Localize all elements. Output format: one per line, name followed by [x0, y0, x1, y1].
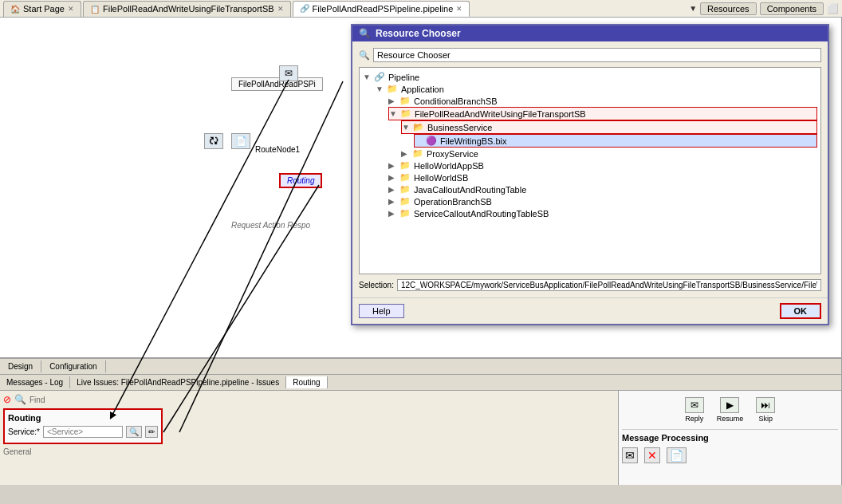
tree-item-servicecallout[interactable]: ▶ 📁 ServiceCalloutAndRoutingTableSB	[388, 207, 817, 219]
folder-icon-2: 📁	[400, 108, 411, 119]
tree-item-filepoll[interactable]: ▼ 📁 FilePollReadAndWriteUsingFileTranspo…	[388, 107, 817, 120]
application-icon: 📁	[387, 84, 398, 94]
resource-tree: ▼ 🔗 Pipeline ▼ 📁 Application ▶ 📁 Conditi…	[359, 67, 821, 274]
tree-item-javacallout[interactable]: ▶ 📁 JavaCalloutAndRoutingTable	[388, 183, 817, 195]
dialog-overlay: 🔍 Resource Chooser 🔍 ▼ 🔗 Pipeline ▼	[0, 0, 842, 504]
tree-application[interactable]: ▼ 📁 Application	[376, 83, 817, 95]
expand-application[interactable]: ▼	[376, 85, 385, 93]
folder-icon-9: 📁	[399, 208, 411, 219]
dialog-title-text: Resource Chooser	[376, 28, 461, 39]
tree-item-conditional[interactable]: ▶ 📁 ConditionalBranchSB	[388, 95, 817, 107]
chooser-icon: 🔍	[359, 28, 371, 39]
bix-file-icon: 🟣	[426, 136, 437, 146]
folder-icon-7: 📁	[399, 184, 411, 195]
dialog-body: 🔍 ▼ 🔗 Pipeline ▼ 📁 Application	[352, 41, 828, 297]
folder-icon-5: 📁	[399, 160, 411, 171]
expand-pipeline[interactable]: ▼	[363, 73, 372, 81]
expand-javacallout[interactable]: ▶	[388, 185, 398, 194]
tree-item-operation[interactable]: ▶ 📁 OperationBranchSB	[388, 195, 817, 207]
tree-item-helloworld[interactable]: ▶ 📁 HelloWorldSB	[388, 171, 817, 183]
pipeline-tree-icon: 🔗	[374, 72, 385, 82]
expand-conditional[interactable]: ▶	[388, 96, 398, 105]
expand-operation[interactable]: ▶	[388, 197, 398, 206]
folder-icon-3: 📂	[413, 122, 424, 132]
help-button[interactable]: Help	[359, 304, 404, 318]
dialog-title-bar: 🔍 Resource Chooser	[352, 26, 828, 41]
tree-item-business[interactable]: ▼ 📂 BusinessService	[401, 120, 817, 134]
dialog-footer: Help OK	[352, 297, 828, 324]
expand-helloworld-app[interactable]: ▶	[388, 161, 398, 170]
folder-icon-4: 📁	[412, 148, 423, 159]
tree-item-filewriting[interactable]: 🟣 FileWritingBS.bix	[414, 134, 817, 148]
expand-filepoll[interactable]: ▼	[389, 109, 399, 118]
selection-label: Selection:	[359, 281, 394, 289]
tree-item-helloworld-app[interactable]: ▶ 📁 HelloWorldAppSB	[388, 159, 817, 171]
expand-proxy[interactable]: ▶	[401, 149, 411, 158]
tree-pipeline[interactable]: ▼ 🔗 Pipeline	[363, 71, 817, 83]
resource-chooser-dialog: 🔍 Resource Chooser 🔍 ▼ 🔗 Pipeline ▼	[351, 24, 829, 325]
selection-input[interactable]	[397, 279, 821, 291]
resource-search-input[interactable]	[373, 48, 821, 62]
expand-business[interactable]: ▼	[402, 123, 411, 132]
folder-icon-6: 📁	[399, 172, 411, 183]
expand-helloworld[interactable]: ▶	[388, 173, 398, 182]
selection-row: Selection:	[359, 279, 821, 291]
folder-icon-8: 📁	[399, 196, 411, 207]
ok-button[interactable]: OK	[780, 303, 822, 319]
expand-servicecallout[interactable]: ▶	[388, 209, 398, 218]
tree-item-proxy[interactable]: ▶ 📁 ProxyService	[401, 148, 817, 159]
folder-icon: 📁	[399, 96, 411, 106]
search-dialog-icon: 🔍	[359, 50, 370, 61]
